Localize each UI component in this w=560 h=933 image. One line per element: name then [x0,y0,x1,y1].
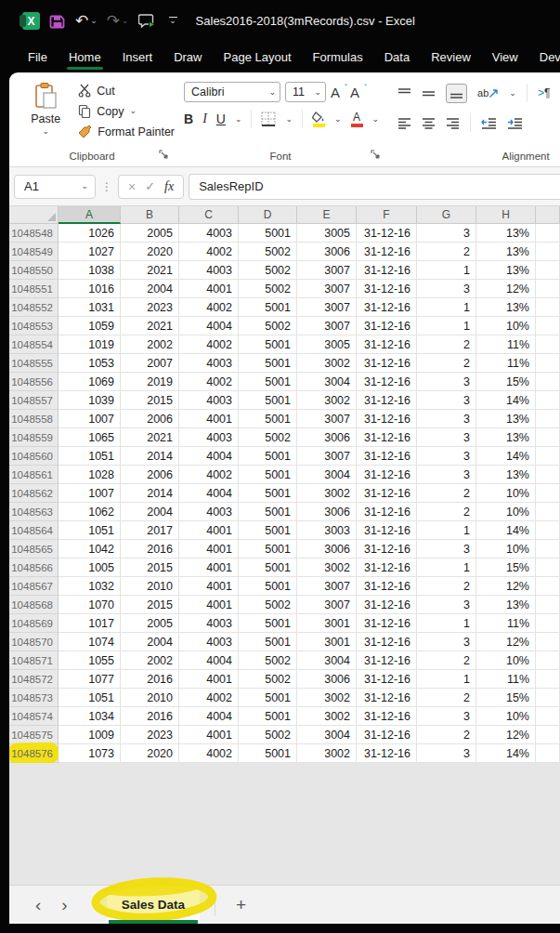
cell[interactable]: 3004 [297,373,357,391]
cell[interactable]: 1031 [59,298,121,317]
cell[interactable]: 3 [417,540,476,558]
cell[interactable]: 3004 [297,726,357,744]
cell[interactable]: 1073 [59,744,121,763]
cell[interactable]: 1074 [59,633,121,651]
cell[interactable]: 3002 [297,707,357,726]
cell[interactable]: 31-12-16 [357,243,417,261]
row-header[interactable]: 1048556 [9,373,59,391]
bottom-align-button[interactable] [446,84,467,103]
row-header[interactable]: 1048570 [9,633,59,651]
orientation-button[interactable]: ab [477,87,499,99]
tab-insert[interactable]: Insert [123,45,153,70]
tab-data[interactable]: Data [384,45,410,70]
cell[interactable] [536,373,560,391]
cell[interactable]: 5002 [239,280,297,298]
cell[interactable]: 5002 [239,261,297,280]
cell[interactable] [536,354,560,373]
cell[interactable]: 31-12-16 [357,558,417,577]
cell[interactable]: 1039 [59,391,121,410]
cell[interactable]: 5001 [239,298,297,317]
cell[interactable]: 4002 [179,689,239,707]
cell[interactable]: 3007 [297,261,357,280]
cell[interactable]: 3001 [297,614,357,633]
cell[interactable]: 3002 [297,558,357,577]
cell[interactable]: 31-12-16 [357,596,417,614]
column-header-d[interactable]: D [239,206,297,224]
row-header[interactable]: 1048550 [9,261,59,280]
cell[interactable]: 13% [476,428,536,447]
cell[interactable]: 3007 [297,280,357,298]
cell[interactable]: 5002 [239,243,297,261]
cell[interactable]: 3005 [297,335,357,354]
formula-input[interactable]: SalesRepID [189,174,560,200]
cell[interactable]: 13% [476,298,536,317]
cell[interactable]: 4002 [179,373,239,391]
cell[interactable]: 3006 [297,540,357,558]
row-header[interactable]: 1048565 [9,540,59,558]
cell[interactable]: 1005 [59,558,121,577]
column-header-a[interactable]: A [59,206,121,224]
bold-button[interactable]: B [184,112,193,126]
cell[interactable]: 2 [417,577,476,596]
cell[interactable]: 5001 [239,558,297,577]
cell[interactable]: 15% [476,373,536,391]
cell[interactable]: 3 [417,447,476,466]
cell[interactable] [536,670,560,689]
cell[interactable] [536,540,560,558]
cell[interactable] [536,726,560,744]
cell[interactable]: 2010 [121,689,179,707]
cell[interactable]: 3 [417,707,476,726]
cell[interactable]: 1 [417,670,476,689]
row-header[interactable]: 1048549 [9,243,59,261]
cell[interactable]: 5001 [239,521,297,540]
cell[interactable]: 14% [476,391,536,410]
cell[interactable]: 1 [417,261,476,280]
cell[interactable]: 4003 [179,224,239,243]
cell[interactable]: 5001 [239,744,297,763]
cell[interactable]: 31-12-16 [357,577,417,596]
cell[interactable]: 4002 [179,298,239,317]
column-header-e[interactable]: E [297,206,357,224]
tab-home[interactable]: Home [69,45,101,70]
cell[interactable]: 5001 [239,707,297,726]
copy-button[interactable]: Copy ⌄ [78,104,175,118]
cell[interactable]: 31-12-16 [357,670,417,689]
cell[interactable]: 5002 [239,651,297,670]
cell[interactable]: 4001 [179,577,239,596]
cell[interactable]: 3 [417,410,476,428]
cell[interactable]: 31-12-16 [357,633,417,651]
align-right-button[interactable] [446,117,460,129]
wrap-text-button[interactable]: >¶ [538,86,550,99]
cell[interactable]: 2017 [121,521,179,540]
cell[interactable]: 1070 [59,596,121,614]
cell[interactable]: 1034 [59,707,121,726]
cell[interactable] [536,744,560,763]
cell[interactable]: 1055 [59,651,121,670]
cell[interactable]: 31-12-16 [357,503,417,521]
cell[interactable]: 5001 [239,335,297,354]
cell[interactable]: 13% [476,596,536,614]
cell[interactable]: 3 [417,466,476,484]
cell[interactable]: 2 [417,503,476,521]
cell[interactable]: 5001 [239,689,297,707]
cell[interactable]: 3003 [297,521,357,540]
cell[interactable]: 1026 [59,224,121,243]
cell[interactable]: 1 [417,521,476,540]
macro-play-button[interactable] [138,13,156,29]
cell[interactable]: 2020 [121,243,179,261]
cell[interactable]: 1065 [59,428,121,447]
cell[interactable] [536,614,560,633]
cell[interactable]: 13% [476,466,536,484]
cell[interactable] [536,633,560,651]
cell[interactable]: 5002 [239,726,297,744]
cell[interactable]: 3007 [297,596,357,614]
cell[interactable]: 4003 [179,503,239,521]
row-header[interactable]: 1048554 [9,335,59,354]
font-color-button[interactable]: A [351,112,363,127]
row-header[interactable]: 1048560 [9,447,59,466]
cell[interactable]: 5001 [239,410,297,428]
cell[interactable]: 10% [476,707,536,726]
cell[interactable] [536,503,560,521]
cell[interactable]: 3 [417,596,476,614]
cell[interactable]: 14% [476,521,536,540]
